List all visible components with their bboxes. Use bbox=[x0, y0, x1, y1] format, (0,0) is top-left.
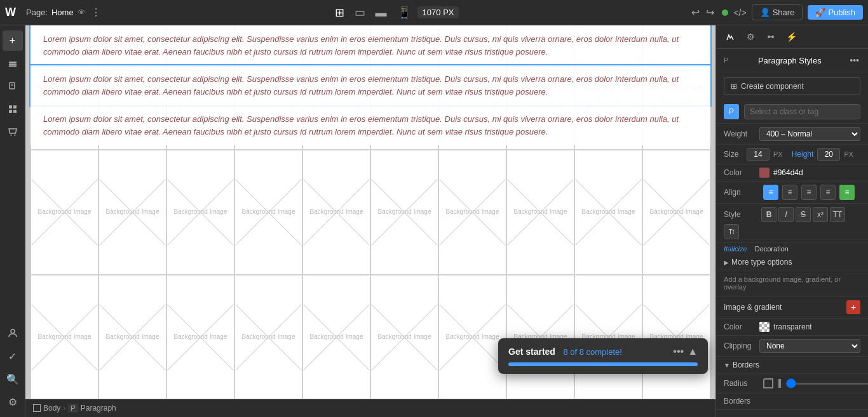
publish-button[interactable]: 🚀 Publish bbox=[808, 5, 863, 20]
sidebar-icon-layers[interactable] bbox=[3, 53, 23, 74]
page-name[interactable]: Home bbox=[51, 8, 74, 17]
tab-lightning[interactable]: ⚡ bbox=[782, 28, 800, 46]
svg-rect-0 bbox=[9, 62, 17, 63]
align-label: Align bbox=[724, 188, 759, 197]
right-panel: ⚙ ⚡ P Paragraph Styles ••• ⊞ Create comp… bbox=[715, 25, 868, 417]
bg-cell: Background Image bbox=[574, 275, 642, 399]
color-value[interactable]: #964d4d bbox=[773, 168, 803, 177]
bg-cell: Background Image bbox=[642, 150, 710, 274]
clipping-select[interactable]: None bbox=[759, 339, 860, 353]
publish-label: Publish bbox=[828, 8, 855, 17]
align-center-btn[interactable]: ≡ bbox=[782, 185, 797, 200]
transparent-swatch[interactable] bbox=[759, 322, 770, 332]
get-started-toast: Get started 8 of 8 complete! ••• ▲ bbox=[498, 338, 708, 374]
bg-cell: Background Image bbox=[98, 275, 166, 399]
align-left-btn[interactable]: ≡ bbox=[763, 185, 778, 200]
toast-dots-btn[interactable]: ••• bbox=[673, 346, 684, 357]
more-options-label: More type options bbox=[731, 258, 792, 267]
app-logo: W bbox=[5, 6, 16, 19]
style-selector-row: P bbox=[716, 100, 868, 124]
sidebar-icon-add[interactable]: + bbox=[3, 30, 23, 51]
eye-icon[interactable]: 👁 bbox=[78, 8, 86, 17]
canvas[interactable]: Background ImageBackground ImageBackgrou… bbox=[25, 25, 715, 399]
undo-btn[interactable]: ↩ bbox=[689, 5, 702, 20]
share-button[interactable]: 👤 Share bbox=[752, 4, 803, 20]
status-dot bbox=[722, 10, 728, 16]
bg-cell-text: Background Image bbox=[38, 208, 92, 216]
bg-cell: Background Image bbox=[370, 275, 438, 399]
superscript-btn[interactable]: x² bbox=[813, 207, 828, 222]
sidebar-icon-check[interactable]: ✓ bbox=[3, 346, 23, 366]
preview-btn[interactable]: ▭ bbox=[351, 4, 369, 21]
uppercase-btn[interactable]: TT bbox=[830, 207, 845, 222]
mobile-btn[interactable]: 📱 bbox=[393, 4, 415, 21]
bg-cell: Background Image bbox=[574, 150, 642, 274]
radius-slider[interactable] bbox=[786, 383, 868, 385]
breadcrumb-paragraph[interactable]: P Paragraph bbox=[68, 404, 116, 413]
breadcrumb-separator: › bbox=[63, 404, 65, 413]
section-btn[interactable]: ▬ bbox=[372, 4, 391, 21]
code-btn[interactable]: </> bbox=[733, 8, 746, 18]
height-input[interactable] bbox=[817, 148, 840, 161]
bold-btn[interactable]: B bbox=[761, 207, 776, 222]
weight-row: Weight 400 – Normal bbox=[716, 124, 868, 145]
add-gradient-btn[interactable]: + bbox=[846, 300, 860, 314]
redo-btn[interactable]: ↪ bbox=[703, 5, 717, 20]
italic-btn[interactable]: I bbox=[778, 207, 794, 222]
style-selector-input[interactable] bbox=[744, 104, 860, 119]
align-row: Align ≡ ≡ ≡ ≡ ≡ bbox=[716, 182, 868, 204]
sidebar-icon-pages[interactable] bbox=[3, 76, 23, 96]
height-unit: PX bbox=[844, 150, 853, 158]
body-label: Body bbox=[43, 404, 60, 413]
toast-actions: ••• ▲ bbox=[673, 346, 698, 357]
toast-header: Get started 8 of 8 complete! ••• ▲ bbox=[508, 346, 698, 357]
italicize-label[interactable]: Italicize bbox=[724, 245, 747, 253]
text-block-1[interactable]: Button Text P Paragraph Lorem ipsum dolo… bbox=[31, 25, 710, 65]
borders-header[interactable]: ▼ Borders bbox=[716, 357, 868, 374]
canvas-btn[interactable]: ⊞ bbox=[331, 4, 348, 21]
toast-progress-text: 8 of 8 complete! bbox=[563, 347, 622, 357]
svg-rect-2 bbox=[9, 65, 17, 67]
text-block-2[interactable]: Lorem ipsum dolor sit amet, consectetur … bbox=[31, 65, 710, 105]
more-type-options[interactable]: ▶ More type options bbox=[716, 255, 868, 270]
lowercase-btn[interactable]: Tt bbox=[724, 224, 739, 239]
weight-select[interactable]: 400 – Normal bbox=[759, 127, 860, 141]
radius-corner-icon bbox=[778, 379, 781, 388]
sidebar-icon-search[interactable]: 🔍 bbox=[3, 369, 23, 389]
style-label: Style bbox=[724, 210, 759, 219]
color-swatch[interactable] bbox=[759, 168, 770, 178]
radius-label: Radius bbox=[724, 379, 759, 388]
sidebar-icon-shop[interactable] bbox=[3, 122, 23, 142]
text-block-3[interactable]: Lorem ipsum dolor sit amet, consectetur … bbox=[31, 105, 710, 145]
sidebar-icon-components[interactable] bbox=[3, 99, 23, 119]
device-width-value: 1070 PX bbox=[423, 8, 454, 17]
panel-header-actions: ••• bbox=[848, 54, 860, 67]
tab-settings[interactable]: ⚙ bbox=[742, 28, 759, 46]
sidebar-icon-settings[interactable]: ⚙ bbox=[3, 392, 23, 412]
panel-more-btn[interactable]: ••• bbox=[848, 54, 860, 67]
toast-close-btn[interactable]: ▲ bbox=[688, 346, 698, 357]
create-component-btn[interactable]: ⊞ Create component bbox=[724, 77, 860, 95]
more-options-icon[interactable]: ⋮ bbox=[91, 6, 101, 18]
panel-tabs: ⚙ ⚡ bbox=[716, 25, 868, 49]
color-label: Color bbox=[724, 168, 759, 177]
bg-cell: Background Image bbox=[98, 150, 166, 274]
weight-label: Weight bbox=[724, 129, 759, 138]
svg-point-12 bbox=[11, 329, 15, 333]
tab-style[interactable] bbox=[721, 28, 739, 46]
bg-cell: Background Image bbox=[370, 150, 438, 274]
decoration-label[interactable]: Decoration bbox=[755, 245, 789, 253]
bg-cell-text: Background Image bbox=[174, 333, 227, 341]
strikethrough-btn[interactable]: S bbox=[796, 207, 811, 222]
sidebar-icon-user[interactable] bbox=[3, 323, 23, 343]
clipping-row: Clipping None bbox=[716, 336, 868, 357]
breadcrumb-body[interactable]: Body bbox=[33, 404, 60, 413]
size-input[interactable] bbox=[747, 148, 770, 161]
bg-cell-text: Background Image bbox=[650, 208, 703, 216]
top-bar: W Page: Home 👁 ⋮ ⊞ ▭ ▬ 📱 1070 PX ↩ ↪ </>… bbox=[0, 0, 868, 25]
svg-rect-7 bbox=[13, 105, 17, 109]
align-justify-btn[interactable]: ≡ bbox=[820, 185, 836, 200]
bg-cell-text: Background Image bbox=[242, 333, 295, 341]
tab-interactions[interactable] bbox=[762, 28, 780, 46]
align-right-btn[interactable]: ≡ bbox=[801, 185, 817, 200]
